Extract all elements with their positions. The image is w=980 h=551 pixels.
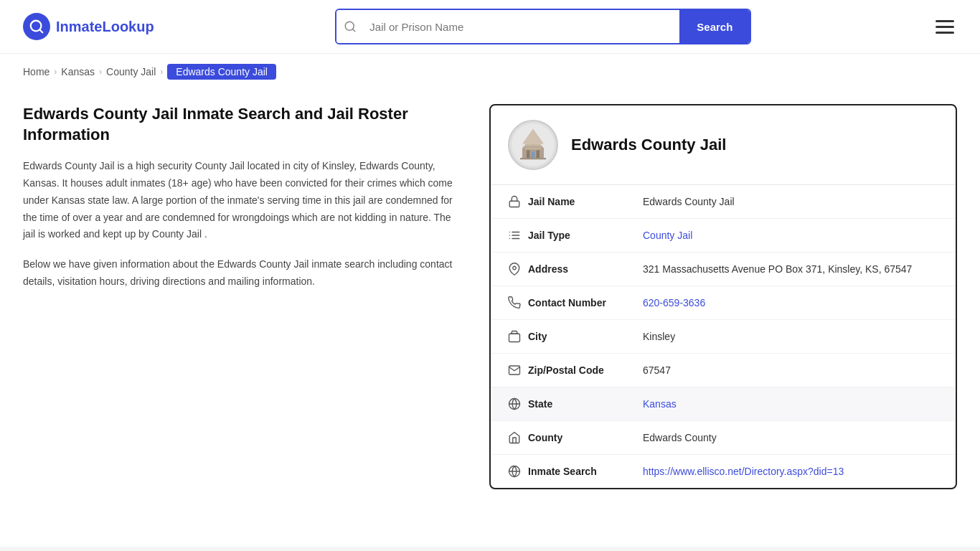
row-label: State — [528, 398, 643, 410]
search-input[interactable] — [364, 10, 679, 43]
svg-rect-22 — [509, 334, 520, 342]
page-title: Edwards County Jail Inmate Search and Ja… — [23, 104, 461, 145]
svg-point-21 — [513, 266, 517, 270]
row-value: Kinsley — [643, 331, 938, 342]
row-label: Jail Name — [528, 196, 643, 207]
row-icon — [508, 431, 528, 444]
row-link[interactable]: County Jail — [643, 230, 692, 241]
row-label: Contact Number — [528, 297, 643, 309]
row-icon — [508, 364, 528, 377]
row-link[interactable]: 620-659-3636 — [643, 297, 705, 309]
row-icon — [508, 330, 528, 343]
hamburger-line — [936, 32, 954, 34]
info-row: StateKansas — [491, 387, 956, 421]
row-icon — [508, 263, 528, 276]
search-button[interactable]: Search — [679, 10, 750, 43]
info-row: Contact Number620-659-3636 — [491, 286, 956, 320]
row-link[interactable]: https://www.ellisco.net/Directory.aspx?d… — [643, 466, 844, 477]
row-value: 321 Massachusetts Avenue PO Box 371, Kin… — [643, 263, 938, 275]
row-value[interactable]: Kansas — [643, 398, 938, 410]
footer-space — [0, 547, 980, 551]
search-area: Search — [335, 9, 751, 44]
hamburger-menu[interactable] — [933, 17, 957, 37]
breadcrumb: Home › Kansas › County Jail › Edwards Co… — [0, 54, 980, 90]
right-column: Edwards County Jail Jail NameEdwards Cou… — [489, 104, 957, 489]
logo-icon — [23, 13, 50, 40]
svg-rect-14 — [509, 201, 519, 207]
info-rows-container: Jail NameEdwards County JailJail TypeCou… — [491, 185, 956, 488]
svg-line-1 — [39, 29, 42, 32]
svg-rect-13 — [520, 158, 546, 159]
row-label: Address — [528, 263, 643, 275]
chevron-icon: › — [54, 67, 57, 77]
chevron-icon: › — [160, 67, 163, 77]
breadcrumb-state[interactable]: Kansas — [61, 66, 95, 77]
search-icon — [336, 10, 364, 43]
info-row: Inmate Searchhttps://www.ellisco.net/Dir… — [491, 455, 956, 488]
breadcrumb-home[interactable]: Home — [23, 66, 50, 77]
row-label: Zip/Postal Code — [528, 364, 643, 376]
svg-rect-11 — [532, 151, 535, 159]
row-value[interactable]: 620-659-3636 — [643, 297, 938, 309]
info-row: Jail NameEdwards County Jail — [491, 185, 956, 219]
row-value: Edwards County — [643, 432, 938, 443]
breadcrumb-type[interactable]: County Jail — [106, 66, 156, 77]
row-label: Jail Type — [528, 230, 643, 241]
svg-rect-12 — [524, 146, 543, 149]
site-logo[interactable]: InmateLookup — [23, 13, 154, 40]
hamburger-line — [936, 26, 954, 28]
row-icon — [508, 296, 528, 309]
search-wrapper: Search — [335, 9, 751, 44]
row-label: Inmate Search — [528, 466, 643, 477]
row-value[interactable]: County Jail — [643, 230, 938, 241]
svg-rect-9 — [527, 151, 530, 159]
row-icon — [508, 397, 528, 410]
row-value: 67547 — [643, 364, 938, 376]
hamburger-line — [936, 20, 954, 22]
page-description-2: Below we have given information about th… — [23, 256, 461, 291]
info-row: CityKinsley — [491, 320, 956, 354]
info-card: Edwards County Jail Jail NameEdwards Cou… — [489, 104, 957, 489]
info-row: Zip/Postal Code67547 — [491, 354, 956, 387]
chevron-icon: › — [99, 67, 102, 77]
info-row: Address321 Massachusetts Avenue PO Box 3… — [491, 253, 956, 286]
jail-avatar — [508, 120, 558, 170]
svg-rect-10 — [537, 151, 540, 159]
row-value[interactable]: https://www.ellisco.net/Directory.aspx?d… — [643, 466, 938, 477]
row-label: City — [528, 331, 643, 342]
row-label: County — [528, 432, 643, 443]
card-header: Edwards County Jail — [491, 105, 956, 185]
row-value: Edwards County Jail — [643, 196, 938, 207]
left-column: Edwards County Jail Inmate Search and Ja… — [23, 104, 489, 291]
main-content: Edwards County Jail Inmate Search and Ja… — [0, 90, 980, 518]
row-link[interactable]: Kansas — [643, 398, 677, 410]
row-icon — [508, 465, 528, 478]
info-row: CountyEdwards County — [491, 421, 956, 455]
row-icon — [508, 195, 528, 208]
row-icon — [508, 229, 528, 242]
logo-text: InmateLookup — [56, 19, 154, 35]
info-row: Jail TypeCounty Jail — [491, 219, 956, 253]
card-title: Edwards County Jail — [571, 136, 726, 154]
site-header: InmateLookup Search — [0, 0, 980, 54]
svg-line-3 — [353, 29, 355, 31]
page-description-1: Edwards County Jail is a high security C… — [23, 158, 461, 243]
breadcrumb-current: Edwards County Jail — [167, 64, 276, 80]
